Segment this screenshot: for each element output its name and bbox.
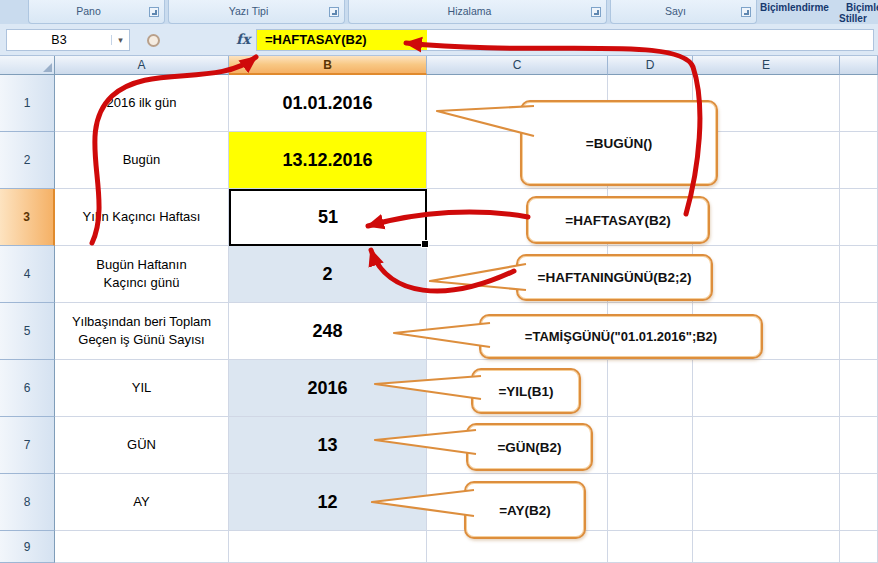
cell-e9[interactable] (693, 531, 840, 563)
cell-f4[interactable] (840, 246, 878, 303)
cell-a4[interactable]: Bugün Haftanın Kaçıncı günü (55, 246, 229, 303)
col-header-d[interactable]: D (608, 56, 693, 75)
cell-d7[interactable] (608, 417, 693, 474)
callout-tamisgunu: =TAMİŞGÜNÜ("01.01.2016";B2) (479, 314, 763, 359)
cell-b4[interactable]: 2 (229, 246, 427, 303)
formula-bar: B3 ▾ fx =HAFTASAY(B2) (0, 24, 878, 56)
cell-b1[interactable]: 01.01.2016 (229, 75, 427, 132)
col-header-c[interactable]: C (427, 56, 608, 75)
dialog-launcher-icon[interactable] (591, 7, 601, 17)
cell-f1[interactable] (840, 75, 878, 132)
cell-b8[interactable]: 12 (229, 474, 427, 531)
col-header-e[interactable]: E (693, 56, 840, 75)
ribbon-group-clipboard: Pano (28, 0, 165, 24)
row-header-1[interactable]: 1 (0, 75, 55, 132)
cell-f8[interactable] (840, 474, 878, 531)
callout-ay: =AY(B2) (464, 481, 586, 539)
callout-bugun: =BUGÜN() (520, 100, 718, 186)
cell-f3[interactable] (840, 189, 878, 246)
row-header-9[interactable]: 9 (0, 531, 55, 563)
ribbon-group-label: Sayı (611, 5, 740, 17)
callout-haftasay: =HAFTASAY(B2) (526, 196, 710, 244)
name-box-value: B3 (7, 33, 111, 47)
excel-window: Pano Yazı Tipi Hizalama Sayı Biçimlendir… (0, 0, 878, 563)
cell-a2[interactable]: Bugün (55, 132, 229, 189)
ribbon-strip: Pano Yazı Tipi Hizalama Sayı Biçimlendir… (0, 0, 878, 24)
name-box[interactable]: B3 ▾ (6, 29, 130, 51)
cell-d6[interactable] (608, 360, 693, 417)
cell-b7[interactable]: 13 (229, 417, 427, 474)
row-header-3[interactable]: 3 (0, 189, 55, 246)
worksheet-grid: A B C D E 1 2016 ilk gün 01.01.2016 2 Bu… (0, 56, 878, 563)
dialog-launcher-icon[interactable] (741, 7, 751, 17)
ribbon-group-font: Yazı Tipi (168, 0, 345, 24)
insert-function-icon[interactable]: fx (236, 31, 250, 47)
callout-haftaningunu: =HAFTANINGÜNÜ(B2;2) (516, 254, 713, 301)
name-box-dropdown-icon[interactable]: ▾ (111, 35, 129, 45)
ribbon-group-number: Sayı (610, 0, 757, 24)
styles-button-fragment[interactable]: Biçimlendirme (760, 2, 829, 13)
cell-b9[interactable] (229, 531, 427, 563)
row-header-6[interactable]: 6 (0, 360, 55, 417)
styles-button-fragment[interactable]: Biçimlendir (846, 2, 878, 13)
cell-f6[interactable] (840, 360, 878, 417)
cell-a1[interactable]: 2016 ilk gün (55, 75, 229, 132)
callout-yil: =YIL(B1) (471, 368, 581, 414)
row-header-8[interactable]: 8 (0, 474, 55, 531)
col-header-partial[interactable] (840, 56, 878, 75)
row-header-7[interactable]: 7 (0, 417, 55, 474)
callout-gun: =GÜN(B2) (466, 423, 593, 471)
cell-e4[interactable] (693, 246, 840, 303)
col-header-b[interactable]: B (229, 56, 427, 75)
cell-b2[interactable]: 13.12.2016 (229, 132, 427, 189)
cell-e8[interactable] (693, 474, 840, 531)
cell-a6[interactable]: YIL (55, 360, 229, 417)
cell-f9[interactable] (840, 531, 878, 563)
cell-f2[interactable] (840, 132, 878, 189)
select-all-button[interactable] (0, 56, 55, 75)
row-header-4[interactable]: 4 (0, 246, 55, 303)
ribbon-group-label: Pano (29, 5, 148, 17)
cell-a7[interactable]: GÜN (55, 417, 229, 474)
cell-b5[interactable]: 248 (229, 303, 427, 360)
formula-text: =HAFTASAY(B2) (257, 30, 427, 50)
dialog-launcher-icon[interactable] (329, 7, 339, 17)
cell-d9[interactable] (608, 531, 693, 563)
cell-b6[interactable]: 2016 (229, 360, 427, 417)
cell-a3[interactable]: Yılın Kaçıncı Haftası (55, 189, 229, 246)
cell-e3[interactable] (693, 189, 840, 246)
dialog-launcher-icon[interactable] (149, 7, 159, 17)
row-header-2[interactable]: 2 (0, 132, 55, 189)
styles-group-fragment: Stiller (839, 13, 867, 24)
formula-input[interactable]: =HAFTASAY(B2) (256, 29, 874, 51)
cell-e7[interactable] (693, 417, 840, 474)
ribbon-group-label: Yazı Tipi (169, 5, 328, 17)
ribbon-group-alignment: Hizalama (348, 0, 607, 24)
cell-a5[interactable]: Yılbaşından beri Toplam Geçen iş Günü Sa… (55, 303, 229, 360)
cell-a8[interactable]: AY (55, 474, 229, 531)
round-icon (147, 34, 160, 47)
row-header-5[interactable]: 5 (0, 303, 55, 360)
cell-b3-selected[interactable]: 51 (229, 189, 427, 246)
cell-e6[interactable] (693, 360, 840, 417)
cell-d8[interactable] (608, 474, 693, 531)
cell-f7[interactable] (840, 417, 878, 474)
cell-f5[interactable] (840, 303, 878, 360)
ribbon-group-label: Hizalama (349, 5, 590, 17)
cell-a9[interactable] (55, 531, 229, 563)
col-header-a[interactable]: A (55, 56, 229, 75)
